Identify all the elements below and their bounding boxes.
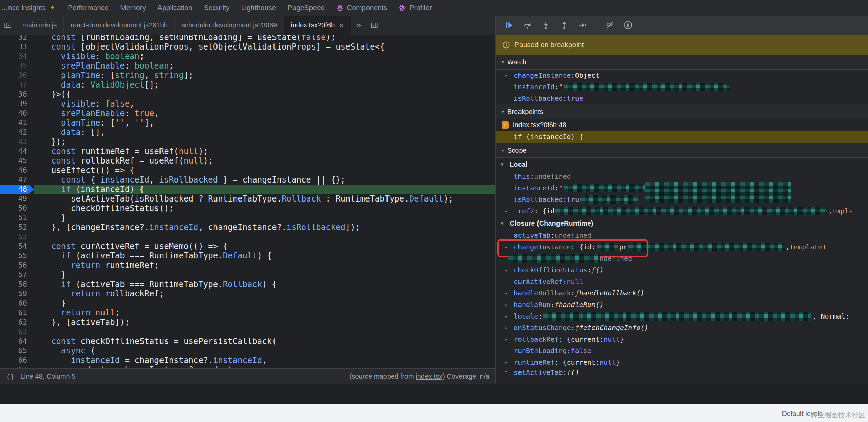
- breakpoint-checkbox[interactable]: ✓: [502, 121, 509, 129]
- execution-line-number[interactable]: 48: [0, 185, 34, 194]
- code-text[interactable]: const { instanceId, isRollbacked } = cha…: [34, 175, 495, 185]
- variable-row[interactable]: ▸locale: , Normal:: [496, 310, 868, 322]
- line-number[interactable]: 38: [0, 90, 34, 99]
- code-text[interactable]: return runtimeRef;: [34, 261, 495, 270]
- navigator-toggle-icon[interactable]: [0, 16, 16, 35]
- code-text[interactable]: }: [34, 270, 495, 280]
- code-text[interactable]: product = changeInstance?.product: [34, 365, 495, 368]
- scope-group-row[interactable]: ▾Local: [496, 158, 868, 171]
- devtools-tab-profiler[interactable]: Profiler: [393, 0, 438, 16]
- chevron-right-icon[interactable]: ▸: [505, 337, 514, 342]
- code-text[interactable]: }: [34, 299, 495, 308]
- devtools-tab-security[interactable]: Security: [198, 0, 235, 16]
- variable-row[interactable]: ▸checkOfflineStatus: ƒ (): [496, 264, 868, 276]
- breakpoint-entry[interactable]: ✓index.tsx?0f6b:48: [496, 119, 868, 131]
- code-text[interactable]: }>({: [34, 90, 495, 99]
- devtools-tab-nce-insights[interactable]: …nce insights: [0, 0, 62, 16]
- variable-row[interactable]: ▸changeInstance: Object: [496, 70, 868, 81]
- step-over-button[interactable]: [519, 18, 535, 33]
- devtools-tab-components[interactable]: Components: [331, 0, 393, 16]
- chevron-right-icon[interactable]: ▸: [505, 368, 514, 374]
- chevron-right-icon[interactable]: ▸: [505, 313, 514, 319]
- devtools-tab-memory[interactable]: Memory: [114, 0, 152, 16]
- variable-row[interactable]: ▸handleRollback: ƒ handleRollback(): [496, 287, 868, 299]
- devtools-tab-lighthouse[interactable]: Lighthouse: [235, 0, 282, 16]
- code-text[interactable]: return null;: [34, 308, 495, 318]
- line-number[interactable]: 59: [0, 289, 34, 299]
- line-number[interactable]: 56: [0, 261, 34, 270]
- resume-button[interactable]: [501, 18, 517, 33]
- line-number[interactable]: 55: [0, 251, 34, 261]
- code-text[interactable]: if (activeTab === RuntimeTabType.Rollbac…: [34, 280, 495, 289]
- file-tab-index-tsx-0f6b[interactable]: index.tsx?0f6b×: [284, 16, 351, 35]
- code-text[interactable]: const runtimeRef = useRef(null);: [34, 147, 495, 156]
- code-text[interactable]: visible: false,: [34, 99, 495, 109]
- step-into-button[interactable]: [537, 18, 554, 33]
- chevron-right-icon[interactable]: ▸: [505, 73, 514, 78]
- chevron-right-icon[interactable]: ▸: [505, 325, 514, 330]
- code-text[interactable]: const rollbackRef = useRef(null);: [34, 156, 495, 166]
- code-text[interactable]: if (instanceId) {: [34, 185, 495, 194]
- line-number[interactable]: 34: [0, 52, 34, 61]
- code-text[interactable]: }, [changeInstance?.instanceId, changeIn…: [34, 223, 495, 232]
- variable-row[interactable]: ▸changeInstance: {id: pr, templateI: [496, 241, 868, 253]
- line-number[interactable]: 36: [0, 71, 34, 80]
- devtools-tab-pagespeed[interactable]: PageSpeed: [282, 0, 331, 16]
- section-header-watch[interactable]: ▾Watch: [496, 55, 868, 70]
- variable-row[interactable]: ▸runtimeRef: {current: null}: [496, 357, 868, 368]
- code-text[interactable]: }: [34, 213, 495, 223]
- code-text[interactable]: checkOfflineStatus();: [34, 204, 495, 213]
- deactivate-breakpoints-button[interactable]: [602, 18, 618, 33]
- line-number[interactable]: 67: [0, 365, 34, 368]
- line-number[interactable]: 45: [0, 156, 34, 166]
- line-number[interactable]: 43: [0, 137, 34, 147]
- section-header-scope[interactable]: ▾Scope: [496, 143, 868, 158]
- line-number[interactable]: 58: [0, 280, 34, 289]
- close-icon[interactable]: ×: [339, 21, 344, 30]
- step-button[interactable]: [574, 18, 590, 33]
- line-number[interactable]: 46: [0, 166, 34, 175]
- line-number[interactable]: 40: [0, 109, 34, 118]
- code-text[interactable]: instanceId = changeInstance?.instanceId,: [34, 356, 495, 365]
- code-text[interactable]: srePlanEnable: boolean;: [34, 61, 495, 71]
- variable-row[interactable]: ▸_ref2: {id, tmpl-: [496, 205, 868, 217]
- panel-toggle-icon[interactable]: [366, 16, 382, 35]
- source-map-link[interactable]: index.tsx: [416, 372, 442, 380]
- code-text[interactable]: if (activeTab === RuntimeTabType.Default…: [34, 251, 495, 261]
- file-tab-react-dom-development-js-61bb[interactable]: react-dom.development.js?61bb: [64, 16, 175, 35]
- code-text[interactable]: });: [34, 137, 495, 147]
- code-text[interactable]: const checkOfflineStatus = usePersistCal…: [34, 337, 495, 346]
- chevron-right-icon[interactable]: ▸: [505, 360, 514, 365]
- code-text[interactable]: async (: [34, 346, 495, 356]
- line-number[interactable]: 49: [0, 194, 34, 204]
- code-text[interactable]: setActiveTab(isRollbacked ? RuntimeTabTy…: [34, 194, 495, 204]
- line-number[interactable]: 51: [0, 213, 34, 223]
- line-number[interactable]: 32: [0, 35, 34, 42]
- line-number[interactable]: 52: [0, 223, 34, 232]
- line-number[interactable]: 64: [0, 337, 34, 346]
- chevron-right-icon[interactable]: ▸: [505, 290, 514, 296]
- line-number[interactable]: 53: [0, 232, 34, 242]
- chevron-right-icon[interactable]: ▸: [505, 267, 514, 273]
- file-tab-scheduler-development-js-3069[interactable]: scheduler.development.js?3069: [175, 16, 284, 35]
- line-number[interactable]: 63: [0, 327, 34, 337]
- code-text[interactable]: planTime: [string, string];: [34, 71, 495, 80]
- line-number[interactable]: 35: [0, 61, 34, 71]
- code-text[interactable]: planTime: ['', ''],: [34, 118, 495, 128]
- code-text[interactable]: data: ValidObject[];: [34, 80, 495, 90]
- line-number[interactable]: 50: [0, 204, 34, 213]
- code-text[interactable]: useEffect(() => {: [34, 166, 495, 175]
- code-text[interactable]: visible: boolean;: [34, 52, 495, 61]
- pause-on-exceptions-button[interactable]: [620, 18, 636, 33]
- line-number[interactable]: 39: [0, 99, 34, 109]
- code-text[interactable]: const curActiveRef = useMemo(() => {: [34, 242, 495, 251]
- code-text[interactable]: const [objectValidationProps, setObjectV…: [34, 42, 495, 52]
- step-out-button[interactable]: [556, 18, 572, 33]
- chevron-down-icon[interactable]: ▾: [501, 161, 510, 167]
- line-number[interactable]: 60: [0, 299, 34, 308]
- line-number[interactable]: 54: [0, 242, 34, 251]
- section-header-breakpoints[interactable]: ▾Breakpoints: [496, 104, 868, 119]
- code-text[interactable]: [34, 327, 495, 337]
- variable-row[interactable]: ▸onStatusChange: ƒ fetchChangeInfo(): [496, 322, 868, 333]
- chevron-right-icon[interactable]: ▸: [505, 208, 514, 214]
